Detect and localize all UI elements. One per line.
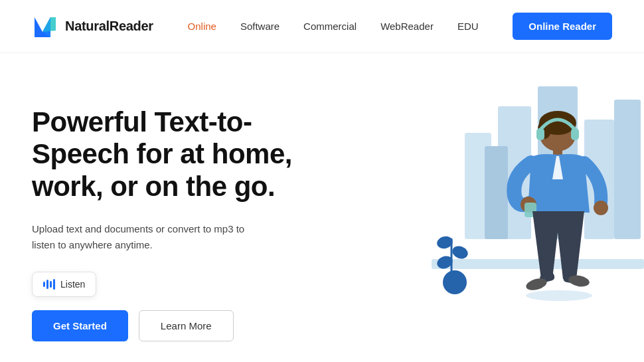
listen-bar[interactable]: Listen bbox=[32, 272, 96, 297]
svg-rect-9 bbox=[432, 259, 644, 269]
logo-text: NaturalReader bbox=[65, 19, 153, 34]
get-started-button[interactable]: Get Started bbox=[32, 310, 128, 341]
learn-more-button[interactable]: Learn More bbox=[139, 310, 234, 341]
svg-rect-7 bbox=[614, 100, 641, 239]
sound-wave-icon bbox=[43, 279, 55, 290]
hero-text: Powerful Text-to-Speech for at home, wor… bbox=[32, 93, 311, 341]
svg-point-29 bbox=[526, 290, 592, 301]
logo-icon bbox=[32, 13, 58, 40]
illustration-svg bbox=[312, 53, 644, 362]
hero-illustration bbox=[312, 53, 644, 362]
svg-point-12 bbox=[451, 244, 470, 260]
svg-point-24 bbox=[594, 201, 608, 215]
nav-commercial[interactable]: Commercial bbox=[303, 21, 357, 32]
svg-point-14 bbox=[443, 270, 467, 294]
main-content: Powerful Text-to-Speech for at home, wor… bbox=[0, 53, 644, 362]
hero-headline: Powerful Text-to-Speech for at home, wor… bbox=[32, 106, 311, 203]
nav-webreader[interactable]: WebReader bbox=[380, 21, 434, 32]
main-nav: Online Software Commercial WebReader EDU bbox=[188, 21, 479, 32]
header: NaturalReader Online Software Commercial… bbox=[0, 0, 644, 53]
listen-label: Listen bbox=[60, 279, 85, 290]
svg-rect-18 bbox=[536, 128, 544, 140]
svg-rect-19 bbox=[571, 128, 579, 140]
svg-rect-8 bbox=[485, 146, 508, 239]
nav-edu[interactable]: EDU bbox=[457, 21, 479, 32]
nav-online[interactable]: Online bbox=[188, 21, 216, 32]
logo-area: NaturalReader bbox=[32, 13, 153, 40]
hero-subtext: Upload text and documents or convert to … bbox=[32, 221, 258, 253]
nav-software[interactable]: Software bbox=[240, 21, 280, 32]
online-reader-button[interactable]: Online Reader bbox=[513, 13, 612, 40]
header-right: Online Reader bbox=[513, 13, 612, 40]
hero-buttons: Get Started Learn More bbox=[32, 310, 311, 341]
